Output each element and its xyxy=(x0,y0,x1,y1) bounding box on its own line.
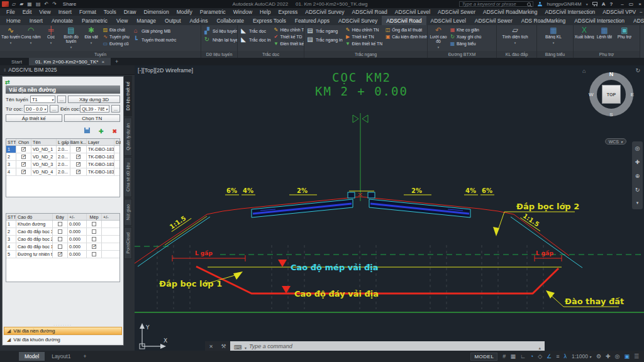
compass-north[interactable]: N xyxy=(609,71,614,77)
table-row[interactable]: 1 VD_ND_1 2.0... TK-DBO-1833... xyxy=(6,146,119,153)
ribbon-button[interactable]: XXuất bảng xyxy=(574,26,594,51)
autocad-logo-icon[interactable] xyxy=(2,1,9,7)
chevron-down-icon[interactable] xyxy=(245,341,247,352)
doc-minimize-button[interactable] xyxy=(640,9,642,14)
build-3d-button[interactable]: Xây dựng 3D xyxy=(68,96,120,103)
zoom-icon[interactable] xyxy=(635,173,640,179)
table-row[interactable]: 2 Cao độ đắp bọc 3 0.000 xyxy=(6,228,119,236)
ribbon-button[interactable]: ▤Bình đồ tuyến xyxy=(61,26,81,51)
from-station-select[interactable]: D0 - 0.00 xyxy=(24,105,48,112)
ribbon-tab[interactable]: View xyxy=(112,16,132,25)
new-file-icon[interactable] xyxy=(12,1,16,7)
menu-item[interactable]: Dimension xyxy=(140,9,173,15)
ribbon-button[interactable]: ▶Thiết kế TN xyxy=(345,34,383,40)
history-icon[interactable] xyxy=(538,341,541,352)
ribbon-tab[interactable]: Annotate xyxy=(47,16,77,25)
ribbon-tab[interactable]: ADSCivil VPV xyxy=(629,16,644,25)
compass-west[interactable]: W xyxy=(589,92,594,97)
panel-label[interactable]: Bảng biểu xyxy=(537,51,573,58)
apply-design-button[interactable]: Áp thiết kế xyxy=(6,114,62,122)
graphics-performance-icon[interactable]: ▣ xyxy=(624,354,630,359)
close-icon[interactable] xyxy=(209,343,213,349)
menu-item[interactable]: File xyxy=(3,9,19,15)
menu-item[interactable]: Draw xyxy=(120,9,140,15)
view-cube[interactable]: N S W E TOP xyxy=(587,70,635,118)
table-row[interactable]: 5 Đường tự nhiên t... 0.000 xyxy=(6,251,119,258)
close-icon[interactable] xyxy=(101,59,104,65)
osnap-icon[interactable]: ∠ xyxy=(547,354,552,359)
ribbon-button[interactable]: ┗Tuyến thoát nước xyxy=(132,36,176,43)
panel-label[interactable]: Tuyến xyxy=(0,51,201,58)
menu-item[interactable]: Edit xyxy=(19,9,36,15)
table-row[interactable]: 3 VD_ND_3 2.0... TK-DBO-1833... xyxy=(6,161,119,168)
ribbon-button[interactable]: ▤Trắc ngang xyxy=(306,27,343,35)
palette-title-bar[interactable]: ADSCIVIL BIM 2025 xyxy=(0,65,135,75)
viewcube-top-face[interactable]: TOP xyxy=(602,85,621,104)
isodraft-icon[interactable]: ◇ xyxy=(538,354,542,359)
redo-icon[interactable] xyxy=(52,1,57,7)
add-row-icon[interactable] xyxy=(99,124,104,136)
palette-side-tab[interactable]: Quản lý dự án xyxy=(124,118,132,156)
ribbon-tab[interactable]: Insert xyxy=(25,16,47,25)
route-browse-button[interactable] xyxy=(57,96,66,103)
undo-icon[interactable] xyxy=(44,1,48,7)
table-row[interactable]: 3 Cao độ đắp bọc 2 0.000 xyxy=(6,236,119,243)
panel-label[interactable]: Trắc dọc xyxy=(238,51,304,58)
menu-item[interactable]: ADSCivil Survey xyxy=(301,9,348,15)
ribbon-tab[interactable]: ADSCivil Sewer xyxy=(470,16,517,25)
menu-item[interactable]: Express xyxy=(275,9,302,15)
model-space-badge[interactable]: MODEL xyxy=(470,353,497,361)
share-button[interactable]: Share xyxy=(63,1,76,7)
ribbon-button[interactable]: ▼Điền thiết kế TD xyxy=(273,41,304,47)
ribbon-button[interactable]: ▞Số liệu tuyến xyxy=(203,27,237,35)
command-input[interactable]: Type a command xyxy=(230,341,545,351)
ribbon-tab[interactable]: Home xyxy=(2,16,25,25)
ribbon-tab[interactable]: Featured Apps xyxy=(291,16,334,25)
ribbon-tab[interactable]: ADS RoadMarking xyxy=(517,16,570,25)
drawing-canvas[interactable]: [-][Top][2D Wireframe] CỌC KM2 KM 2 + 0.… xyxy=(135,65,644,351)
ribbon-tab[interactable]: Add-ins xyxy=(186,16,213,25)
help-icon[interactable] xyxy=(609,1,613,7)
plot-icon[interactable] xyxy=(36,1,41,7)
ribbon-tab[interactable]: ADSCivil Road xyxy=(382,16,426,25)
menu-item[interactable]: ADSCivil Intersection xyxy=(541,9,599,15)
ribbon-button[interactable]: ✎Hiệu chỉnh TD xyxy=(273,27,304,33)
menu-item[interactable]: Insert xyxy=(55,9,75,15)
save-icon[interactable] xyxy=(27,1,32,7)
tab-start[interactable]: Start xyxy=(5,58,28,65)
orbit-icon[interactable] xyxy=(635,67,640,74)
ribbon-tab[interactable]: ADSCivil Survey xyxy=(334,16,382,25)
ribbon-button[interactable]: ✱Địa vật xyxy=(81,26,101,51)
ribbon-button[interactable]: ↻Xoay ghi chú xyxy=(450,34,481,40)
ribbon-button[interactable]: ◠Cong nằm xyxy=(21,26,41,51)
grid-icon[interactable]: # xyxy=(502,354,506,359)
user-name[interactable]: hungpvGNR4M xyxy=(547,1,581,7)
menu-item[interactable]: View xyxy=(35,9,54,15)
ribbon-button[interactable]: ⌂Giải phóng MB xyxy=(132,27,176,35)
panel-label[interactable]: Đường BTXM xyxy=(428,51,496,58)
isolate-objects-icon[interactable]: ◎ xyxy=(615,354,620,359)
list-item[interactable]: Vải địa khuôn đường xyxy=(4,336,122,344)
steering-wheel-icon[interactable] xyxy=(635,145,640,151)
annotation-scale[interactable]: 1:1000 xyxy=(572,353,591,359)
ribbon-button[interactable]: ▭Đường cũ xyxy=(103,41,130,47)
workspace-gear-icon[interactable]: ⚙ xyxy=(596,354,601,359)
ribbon-button[interactable]: ╪Cọc xyxy=(41,26,61,51)
minimize-button[interactable] xyxy=(621,1,623,7)
search-input[interactable]: Type a keyword or phrase xyxy=(459,1,533,7)
ribbon-button[interactable]: ✎Hiệu chỉnh TN xyxy=(345,27,383,33)
search-icon[interactable] xyxy=(527,3,531,6)
layout-tab[interactable]: + xyxy=(77,352,92,361)
ribbon-tab[interactable]: Express Tools xyxy=(248,16,291,25)
ribbon-button[interactable]: ∿Tuyến phụ xyxy=(103,34,130,40)
lineweight-icon[interactable]: ≡ xyxy=(556,354,559,359)
ribbon-button[interactable]: ◣Trắc dọc in xyxy=(240,36,270,43)
close-button[interactable] xyxy=(638,1,641,7)
ribbon-button[interactable]: ▤Trắc ngang in xyxy=(306,36,343,43)
ribbon-button[interactable]: ▦Bảng KL xyxy=(538,26,569,51)
table-row[interactable]: 4 Cao độ đắp bọc 1 0.000 xyxy=(6,243,119,251)
ribbon-button[interactable]: ▣Phụ trợ xyxy=(614,26,635,51)
panel-label[interactable]: Phụ trợ xyxy=(574,51,640,58)
ribbon-button[interactable]: ∿Tạo tuyến xyxy=(1,26,21,51)
splitter-handle[interactable] xyxy=(4,323,122,326)
